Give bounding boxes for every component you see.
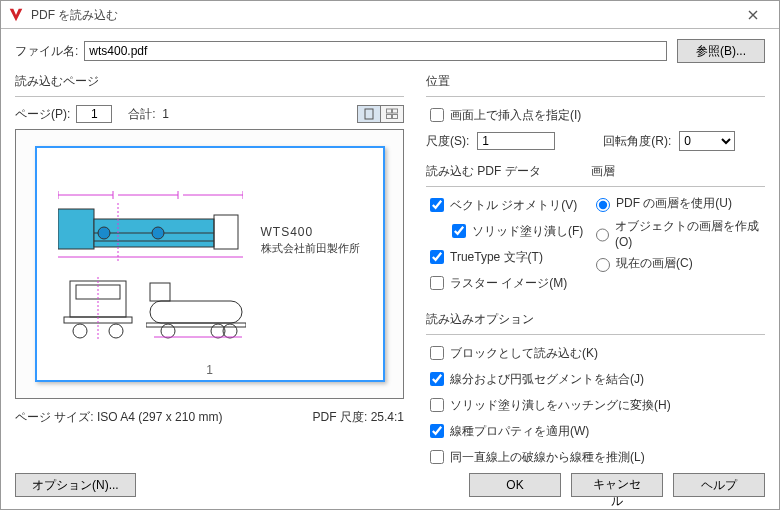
infer-dashed-label: 同一直線上の破線から線種を推測(L) [450, 449, 645, 466]
pages-section-title: 読み込むページ [15, 73, 404, 90]
window-title: PDF を読み込む [31, 1, 733, 29]
layer-title: 画層 [591, 163, 765, 180]
page-label: ページ(P): [15, 106, 70, 123]
browse-button[interactable]: 参照(B)... [677, 39, 765, 63]
pdf-scale: PDF 尺度: 25.4:1 [313, 409, 404, 426]
pdfdata-title: 読み込む PDF データ [426, 163, 591, 180]
file-input[interactable] [84, 41, 667, 61]
svg-rect-4 [393, 115, 398, 119]
close-icon [748, 10, 758, 20]
total-label: 合計: 1 [128, 106, 169, 123]
svg-rect-0 [365, 109, 373, 119]
svg-rect-2 [393, 109, 398, 113]
view-single-button[interactable] [357, 105, 381, 123]
specify-onscreen-label: 画面上で挿入点を指定(I) [450, 107, 581, 124]
svg-rect-28 [150, 283, 170, 301]
svg-point-24 [73, 324, 87, 338]
page-input[interactable] [76, 105, 112, 123]
drawing-title: WTS400 [261, 225, 314, 239]
rotation-label: 回転角度(R): [603, 133, 671, 150]
use-pdf-layers-label: PDF の画層を使用(U) [616, 195, 732, 212]
preview-info: ページ サイズ: ISO A4 (297 x 210 mm) PDF 尺度: 2… [15, 409, 404, 426]
button-bar: オプション(N)... OK キャンセル ヘルプ [15, 473, 765, 497]
svg-point-17 [98, 227, 110, 239]
vector-geom-checkbox[interactable] [430, 198, 444, 212]
dimension-marks [58, 187, 243, 202]
file-label: ファイル名: [15, 43, 78, 60]
page-size-label: ページ サイズ: ISO A4 (297 x 210 mm) [15, 409, 222, 426]
use-pdf-layers-radio[interactable] [596, 198, 610, 212]
preview-page: WTS400 株式会社前田製作所 1 [35, 146, 385, 382]
raster-checkbox[interactable] [430, 276, 444, 290]
svg-rect-12 [58, 209, 94, 249]
solid-fill-checkbox[interactable] [452, 224, 466, 238]
grid-icon [385, 108, 399, 120]
create-obj-layers-radio[interactable] [596, 228, 609, 242]
specify-onscreen-checkbox[interactable] [430, 108, 444, 122]
apply-ltype-label: 線種プロパティを適用(W) [450, 423, 589, 440]
truck-tank-view [146, 277, 246, 339]
truck-front-view [58, 277, 138, 339]
current-layer-label: 現在の画層(C) [616, 255, 693, 272]
page-controls: ページ(P): 合計: 1 [15, 105, 404, 123]
svg-point-30 [161, 324, 175, 338]
solid-to-hatch-checkbox[interactable] [430, 398, 444, 412]
close-button[interactable] [733, 2, 773, 28]
preview-page-number: 1 [206, 363, 213, 377]
truetype-checkbox[interactable] [430, 250, 444, 264]
as-block-checkbox[interactable] [430, 346, 444, 360]
ok-button[interactable]: OK [469, 473, 561, 497]
drawing-subtitle: 株式会社前田製作所 [261, 241, 360, 256]
current-layer-radio[interactable] [596, 258, 610, 272]
help-button[interactable]: ヘルプ [673, 473, 765, 497]
scale-input[interactable] [477, 132, 555, 150]
app-icon [7, 6, 25, 24]
truetype-label: TrueType 文字(T) [450, 249, 543, 266]
vector-geom-label: ベクトル ジオメトリ(V) [450, 197, 577, 214]
join-arcs-label: 線分および円弧セグメントを結合(J) [450, 371, 644, 388]
view-grid-button[interactable] [380, 105, 404, 123]
scale-label: 尺度(S): [426, 133, 469, 150]
solid-to-hatch-label: ソリッド塗り潰しをハッチングに変換(H) [450, 397, 671, 414]
importopts-title: 読み込みオプション [426, 311, 765, 328]
svg-rect-14 [214, 215, 238, 249]
rotation-select[interactable]: 0 [679, 131, 735, 151]
import-pdf-dialog: PDF を読み込む ファイル名: 参照(B)... 読み込むページ ページ(P)… [0, 0, 780, 510]
svg-rect-22 [76, 285, 120, 299]
placement-title: 位置 [426, 73, 765, 90]
options-button[interactable]: オプション(N)... [15, 473, 136, 497]
join-arcs-checkbox[interactable] [430, 372, 444, 386]
solid-fill-label: ソリッド塗り潰し(F) [472, 223, 583, 240]
infer-dashed-checkbox[interactable] [430, 450, 444, 464]
raster-label: ラスター イメージ(M) [450, 275, 567, 292]
titlebar: PDF を読み込む [1, 1, 779, 29]
svg-rect-3 [387, 115, 392, 119]
svg-point-18 [152, 227, 164, 239]
truck-side-view [58, 201, 243, 263]
single-page-icon [362, 108, 376, 120]
svg-point-25 [109, 324, 123, 338]
svg-rect-1 [387, 109, 392, 113]
create-obj-layers-label: オブジェクトの画層を作成(O) [615, 218, 765, 249]
apply-ltype-checkbox[interactable] [430, 424, 444, 438]
cancel-button[interactable]: キャンセル [571, 473, 663, 497]
svg-rect-27 [150, 301, 242, 323]
as-block-label: ブロックとして読み込む(K) [450, 345, 598, 362]
file-row: ファイル名: 参照(B)... [15, 39, 765, 63]
page-preview[interactable]: WTS400 株式会社前田製作所 1 [15, 129, 404, 399]
